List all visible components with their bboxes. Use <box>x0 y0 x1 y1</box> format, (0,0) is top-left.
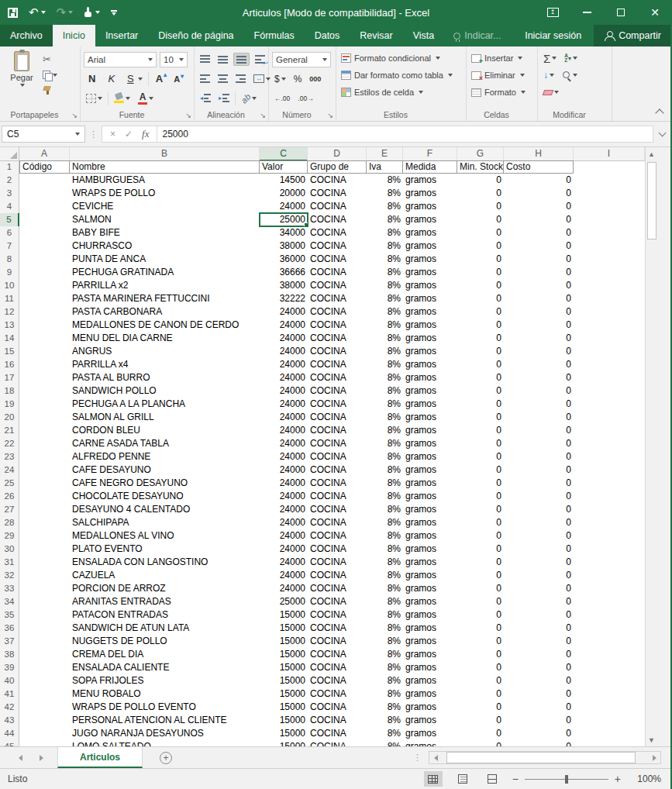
cell-D7[interactable]: COCINA <box>308 239 367 253</box>
cell-B21[interactable]: CORDON BLEU <box>70 424 260 437</box>
sign-in-button[interactable]: Iniciar sesión <box>512 25 594 47</box>
cell-B9[interactable]: PECHUGA GRATINADA <box>70 266 260 279</box>
cell-I28[interactable] <box>574 516 645 529</box>
cell-G26[interactable]: 0 <box>457 490 504 503</box>
cell-A24[interactable] <box>19 463 70 477</box>
cell-A3[interactable] <box>19 187 70 200</box>
cell-B25[interactable]: CAFE NEGRO DESAYUNO <box>70 477 260 490</box>
cell-I25[interactable] <box>574 477 645 490</box>
cell-G8[interactable]: 0 <box>457 253 504 266</box>
cell-A6[interactable] <box>19 226 70 239</box>
cell-B41[interactable]: MENU ROBALO <box>70 687 260 701</box>
fill-color-dropdown-icon[interactable] <box>126 97 130 100</box>
cell-I38[interactable] <box>574 648 645 661</box>
cell-D9[interactable]: COCINA <box>308 266 367 279</box>
cell-G10[interactable]: 0 <box>457 279 504 292</box>
cell-B1[interactable]: Nombre <box>70 160 260 174</box>
undo-button[interactable]: ↶ <box>29 5 46 19</box>
horizontal-scrollbar-track[interactable] <box>442 752 648 763</box>
row-header-19[interactable]: 19 <box>0 398 19 412</box>
cell-G32[interactable]: 0 <box>457 569 504 582</box>
cell-H34[interactable]: 0 <box>504 595 574 608</box>
cell-H30[interactable]: 0 <box>504 543 574 556</box>
cell-B29[interactable]: MEDALLONES AL VINO <box>70 529 260 543</box>
cell-B6[interactable]: BABY BIFE <box>70 226 260 239</box>
cell-E38[interactable]: 8% <box>367 648 403 661</box>
row-header-29[interactable]: 29 <box>0 529 19 543</box>
cell-A17[interactable] <box>19 371 70 384</box>
column-header-A[interactable]: A <box>19 147 70 161</box>
cell-E10[interactable]: 8% <box>367 279 403 292</box>
cell-E35[interactable]: 8% <box>367 608 403 622</box>
cell-B37[interactable]: NUGGETS DE POLLO <box>70 635 260 648</box>
insert-cells-dropdown-icon[interactable] <box>518 57 522 60</box>
cell-I11[interactable] <box>574 292 645 305</box>
cell-E26[interactable]: 8% <box>367 490 403 503</box>
orientation-button[interactable]: ab <box>239 92 259 105</box>
row-header-33[interactable]: 33 <box>0 582 19 596</box>
cell-I22[interactable] <box>574 437 645 450</box>
cell-H25[interactable]: 0 <box>504 477 574 490</box>
cell-F16[interactable]: gramos <box>403 358 457 371</box>
row-header-17[interactable]: 17 <box>0 371 19 385</box>
cell-F15[interactable]: gramos <box>403 345 457 358</box>
cell-A42[interactable] <box>19 701 70 714</box>
cell-E28[interactable]: 8% <box>367 516 403 529</box>
cell-D15[interactable]: COCINA <box>308 345 367 358</box>
cell-D8[interactable]: COCINA <box>308 253 367 266</box>
cell-F44[interactable]: gramos <box>403 727 457 740</box>
cell-C45[interactable]: 15000 <box>260 740 308 746</box>
cell-F13[interactable]: gramos <box>403 319 457 332</box>
cell-C44[interactable]: 15000 <box>260 727 308 740</box>
cell-C6[interactable]: 34000 <box>260 226 308 239</box>
cell-A45[interactable] <box>19 740 70 746</box>
conditional-formatting-dropdown-icon[interactable] <box>436 57 440 60</box>
zoom-in-button[interactable]: + <box>615 773 621 784</box>
row-header-20[interactable]: 20 <box>0 411 19 425</box>
row-header-41[interactable]: 41 <box>0 687 19 701</box>
cell-A40[interactable] <box>19 674 70 687</box>
cell-E20[interactable]: 8% <box>367 411 403 424</box>
cell-D40[interactable]: COCINA <box>308 674 367 687</box>
cell-C42[interactable]: 15000 <box>260 701 308 714</box>
cell-D17[interactable]: COCINA <box>308 371 367 384</box>
cell-D27[interactable]: COCINA <box>308 503 367 516</box>
cell-G34[interactable]: 0 <box>457 595 504 608</box>
cell-B11[interactable]: PASTA MARINERA FETTUCCINI <box>70 292 260 305</box>
cell-H24[interactable]: 0 <box>504 463 574 477</box>
cell-A33[interactable] <box>19 582 70 595</box>
cell-B13[interactable]: MEDALLONES DE CANON DE CERDO <box>70 319 260 332</box>
name-box-dropdown-icon[interactable] <box>75 133 80 136</box>
cell-I43[interactable] <box>574 714 645 727</box>
cell-E32[interactable]: 8% <box>367 569 403 582</box>
cell-A16[interactable] <box>19 358 70 371</box>
font-size-combo[interactable]: 10 <box>160 52 188 67</box>
cell-F11[interactable]: gramos <box>403 292 457 305</box>
row-header-44[interactable]: 44 <box>0 727 19 741</box>
cell-I7[interactable] <box>574 239 645 253</box>
cell-styles-button[interactable]: Estilos de celda <box>339 84 463 101</box>
cell-H31[interactable]: 0 <box>504 556 574 569</box>
cell-D43[interactable]: COCINA <box>308 714 367 727</box>
cell-D16[interactable]: COCINA <box>308 358 367 371</box>
cell-D22[interactable]: COCINA <box>308 437 367 450</box>
cell-B5[interactable]: SALMON <box>70 213 260 226</box>
cell-I16[interactable] <box>574 358 645 371</box>
cell-B23[interactable]: ALFREDO PENNE <box>70 450 260 463</box>
cell-B2[interactable]: HAMBURGUESA <box>70 174 260 187</box>
cell-C38[interactable]: 15000 <box>260 648 308 661</box>
cell-B43[interactable]: PERSONAL ATENCION AL CLIENTE <box>70 714 260 727</box>
cell-A43[interactable] <box>19 714 70 727</box>
align-left-button[interactable] <box>198 73 212 84</box>
cell-F3[interactable]: gramos <box>403 187 457 200</box>
row-header-38[interactable]: 38 <box>0 648 19 662</box>
close-button[interactable]: ✕ <box>638 0 672 25</box>
column-header-G[interactable]: G <box>457 147 504 161</box>
cell-D34[interactable]: COCINA <box>308 595 367 608</box>
cell-G30[interactable]: 0 <box>457 543 504 556</box>
redo-button[interactable]: ↷ <box>57 5 74 19</box>
alignment-dialog-launcher[interactable]: ↘ <box>260 112 266 119</box>
cell-G31[interactable]: 0 <box>457 556 504 569</box>
cell-D37[interactable]: COCINA <box>308 635 367 648</box>
delete-cells-button[interactable]: Eliminar <box>470 67 534 84</box>
